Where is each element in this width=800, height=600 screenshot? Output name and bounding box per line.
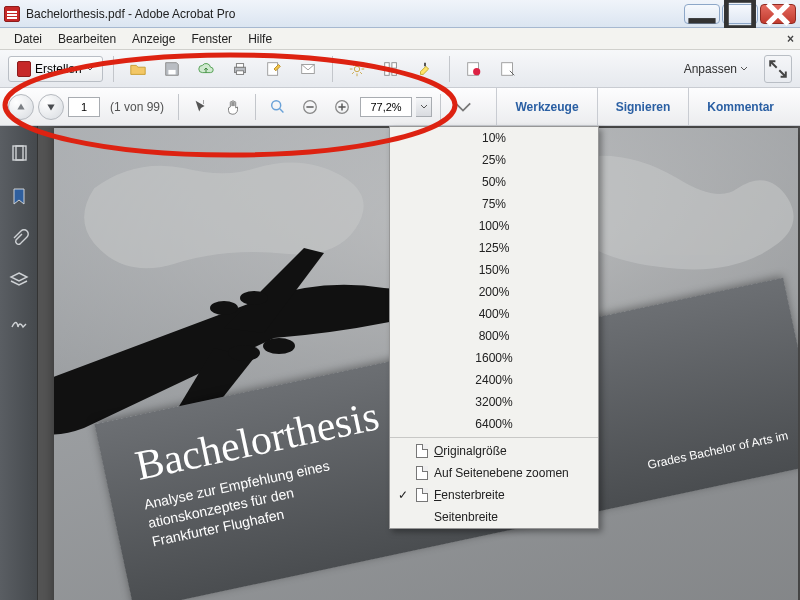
customize-dropdown[interactable]: Anpassen bbox=[684, 62, 748, 76]
create-button[interactable]: Erstellen bbox=[8, 56, 103, 82]
hand-tool-button[interactable] bbox=[219, 93, 247, 121]
customize-label: Anpassen bbox=[684, 62, 737, 76]
zoom-out-button[interactable] bbox=[296, 93, 324, 121]
zoom-value-input[interactable] bbox=[360, 97, 412, 117]
cloud-button[interactable] bbox=[192, 55, 220, 83]
print-button[interactable] bbox=[226, 55, 254, 83]
attachments-icon[interactable] bbox=[9, 228, 29, 248]
page-number-input[interactable] bbox=[68, 97, 100, 117]
zoom-menu: 10%25%50%75%100%125%150%200%400%800%1600… bbox=[389, 126, 599, 529]
open-button[interactable] bbox=[124, 55, 152, 83]
menu-fenster[interactable]: Fenster bbox=[183, 30, 240, 48]
svg-rect-9 bbox=[392, 62, 397, 67]
zoom-menu-item[interactable]: 10% bbox=[390, 127, 598, 149]
zoom-menu-item[interactable]: 125% bbox=[390, 237, 598, 259]
svg-rect-4 bbox=[236, 70, 243, 74]
svg-rect-11 bbox=[392, 69, 397, 74]
gear-button[interactable] bbox=[343, 55, 371, 83]
zoom-menu-item[interactable]: 150% bbox=[390, 259, 598, 281]
chevron-down-icon bbox=[86, 65, 94, 73]
thumbnails-button[interactable] bbox=[377, 55, 405, 83]
svg-point-16 bbox=[272, 100, 281, 109]
navigation-panel bbox=[0, 126, 38, 600]
app-icon bbox=[4, 6, 20, 22]
window-close-button[interactable] bbox=[760, 4, 796, 24]
tab-tools[interactable]: Werkzeuge bbox=[496, 88, 596, 126]
svg-rect-1 bbox=[168, 69, 175, 74]
svg-point-21 bbox=[228, 345, 260, 361]
toolbar-main: Erstellen Anpassen bbox=[0, 50, 800, 88]
svg-point-13 bbox=[473, 68, 480, 75]
zoom-marquee-button[interactable] bbox=[264, 93, 292, 121]
zoom-menu-item[interactable]: 100% bbox=[390, 215, 598, 237]
menu-hilfe[interactable]: Hilfe bbox=[240, 30, 280, 48]
window-maximize-button[interactable] bbox=[722, 4, 758, 24]
svg-point-23 bbox=[210, 301, 238, 315]
page-count-label: (1 von 99) bbox=[110, 100, 164, 114]
document-close-button[interactable]: × bbox=[787, 32, 794, 46]
svg-point-24 bbox=[240, 291, 268, 305]
window-titlebar: Bachelorthesis.pdf - Adobe Acrobat Pro bbox=[0, 0, 800, 28]
zoom-menu-original-size[interactable]: Originalgröße bbox=[390, 440, 598, 462]
action-a-button[interactable] bbox=[460, 55, 488, 83]
svg-rect-14 bbox=[501, 62, 512, 75]
svg-rect-19 bbox=[13, 146, 23, 160]
zoom-menu-page-width[interactable]: Seitenbreite bbox=[390, 506, 598, 528]
zoom-menu-item[interactable]: 50% bbox=[390, 171, 598, 193]
menubar: Datei Bearbeiten Anzeige Fenster Hilfe × bbox=[0, 28, 800, 50]
window-minimize-button[interactable] bbox=[684, 4, 720, 24]
zoom-menu-zoom-to-page[interactable]: Auf Seitenebene zoomen bbox=[390, 462, 598, 484]
zoom-menu-item[interactable]: 75% bbox=[390, 193, 598, 215]
fullscreen-button[interactable] bbox=[764, 55, 792, 83]
toolbar-navigation: (1 von 99) I Werkzeuge Signieren Komment… bbox=[0, 88, 800, 126]
chevron-down-icon bbox=[740, 65, 748, 73]
svg-rect-20 bbox=[16, 146, 26, 160]
zoom-in-button[interactable] bbox=[328, 93, 356, 121]
layers-icon[interactable] bbox=[9, 270, 29, 290]
save-button[interactable] bbox=[158, 55, 186, 83]
svg-point-22 bbox=[263, 338, 295, 354]
zoom-menu-item[interactable]: 6400% bbox=[390, 413, 598, 435]
action-b-button[interactable] bbox=[494, 55, 522, 83]
menu-datei[interactable]: Datei bbox=[6, 30, 50, 48]
pdf-icon bbox=[17, 61, 31, 77]
zoom-dropdown-button[interactable] bbox=[416, 97, 432, 117]
create-button-label: Erstellen bbox=[35, 62, 82, 76]
window-title: Bachelorthesis.pdf - Adobe Acrobat Pro bbox=[26, 7, 684, 21]
page-thumbnails-icon[interactable] bbox=[9, 144, 29, 164]
zoom-menu-item[interactable]: 800% bbox=[390, 325, 598, 347]
zoom-menu-window-width[interactable]: ✓Fensterbreite bbox=[390, 484, 598, 506]
tab-comment[interactable]: Kommentar bbox=[688, 88, 792, 126]
menu-bearbeiten[interactable]: Bearbeiten bbox=[50, 30, 124, 48]
svg-rect-3 bbox=[236, 63, 243, 67]
zoom-menu-item[interactable]: 1600% bbox=[390, 347, 598, 369]
extra-dropdown-button[interactable] bbox=[449, 93, 477, 121]
bookmarks-icon[interactable] bbox=[9, 186, 29, 206]
signatures-icon[interactable] bbox=[9, 312, 29, 332]
svg-text:I: I bbox=[203, 99, 205, 105]
page-down-button[interactable] bbox=[38, 94, 64, 120]
tab-sign[interactable]: Signieren bbox=[597, 88, 689, 126]
zoom-menu-item[interactable]: 25% bbox=[390, 149, 598, 171]
zoom-menu-item[interactable]: 200% bbox=[390, 281, 598, 303]
svg-rect-0 bbox=[726, 0, 753, 27]
highlight-button[interactable] bbox=[411, 55, 439, 83]
select-tool-button[interactable]: I bbox=[187, 93, 215, 121]
edit-button[interactable] bbox=[260, 55, 288, 83]
svg-rect-10 bbox=[384, 69, 389, 74]
svg-point-7 bbox=[354, 66, 359, 71]
email-button[interactable] bbox=[294, 55, 322, 83]
zoom-menu-item[interactable]: 400% bbox=[390, 303, 598, 325]
menu-anzeige[interactable]: Anzeige bbox=[124, 30, 183, 48]
zoom-menu-item[interactable]: 3200% bbox=[390, 391, 598, 413]
page-up-button[interactable] bbox=[8, 94, 34, 120]
svg-rect-8 bbox=[384, 62, 389, 67]
zoom-menu-item[interactable]: 2400% bbox=[390, 369, 598, 391]
